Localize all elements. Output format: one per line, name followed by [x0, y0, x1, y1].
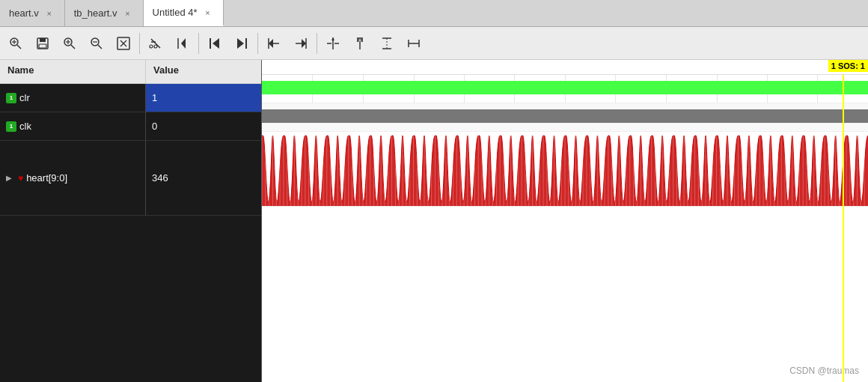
cursor-label: 1 SOS: 1: [828, 60, 868, 72]
waveform-clk: [262, 103, 868, 132]
signal-name-heart: ▶ ♥ heart[9:0]: [0, 141, 146, 215]
stretch-button[interactable]: [401, 31, 427, 55]
signal-value-clk: 0: [146, 112, 261, 140]
tab-bar: heart.v × tb_heart.v × Untitled 4* ×: [0, 0, 868, 27]
svg-text:A: A: [358, 38, 361, 43]
svg-point-19: [150, 45, 153, 48]
go-end-button[interactable]: [229, 31, 254, 55]
signal-name-clk: 1 clk: [0, 112, 146, 140]
waveform-top-bar: 1 SOS: 1: [262, 60, 868, 75]
badge-clk: 1: [6, 121, 16, 132]
signal-row-clk[interactable]: 1 clk 0: [0, 112, 261, 141]
signal-rows: 1 clr 1 1 clk 0 ▶: [0, 84, 261, 382]
svg-marker-36: [331, 37, 334, 40]
sep4: [317, 33, 317, 54]
tab-untitled4-close[interactable]: ×: [202, 7, 214, 19]
col-name-header: Name: [0, 60, 146, 83]
signal-header: Name Value: [0, 60, 261, 84]
marker-b-button[interactable]: [374, 31, 400, 55]
signal-label-clr: clr: [19, 92, 30, 103]
heart-icon: ♥: [18, 173, 23, 184]
clr-signal-bar: [262, 81, 868, 94]
zoom-fit-button[interactable]: [3, 31, 28, 55]
sep3: [257, 33, 258, 54]
svg-line-8: [71, 45, 75, 49]
fit-button[interactable]: [111, 31, 136, 55]
main-area: Name Value 1 clr 1 1 clk 0: [0, 60, 868, 382]
waveform-heart: [262, 132, 868, 207]
tab-heart[interactable]: heart.v ×: [0, 0, 65, 26]
svg-rect-5: [40, 38, 46, 42]
signal-name-clr: 1 clr: [0, 84, 146, 112]
waveform-panel[interactable]: 1 SOS: 1: [262, 60, 868, 382]
waveform-rows: [262, 75, 868, 207]
value-heart: 346: [152, 172, 168, 184]
signal-label-heart: heart[9:0]: [26, 172, 67, 184]
sep1: [139, 33, 140, 54]
value-clr: 1: [152, 92, 157, 103]
clk-signal-bar: [262, 109, 868, 123]
signal-value-heart: 346: [146, 141, 261, 215]
svg-line-1: [17, 45, 21, 49]
signal-row-heart[interactable]: ▶ ♥ heart[9:0] 346: [0, 141, 261, 216]
tab-tb-heart-label: tb_heart.v: [74, 7, 117, 19]
value-clk: 0: [152, 121, 157, 132]
tab-heart-label: heart.v: [9, 7, 39, 19]
heart-waveform-canvas: [262, 132, 868, 206]
signal-value-clr: 1: [146, 84, 261, 112]
svg-marker-28: [269, 39, 273, 48]
marker-left-button[interactable]: [170, 31, 195, 55]
prev-edge-button[interactable]: [261, 31, 287, 55]
svg-marker-22: [181, 38, 186, 49]
tab-untitled4[interactable]: Untitled 4* ×: [144, 0, 224, 26]
save-button[interactable]: [30, 31, 55, 55]
col-value-header: Value: [146, 60, 186, 83]
tab-tb-heart[interactable]: tb_heart.v ×: [65, 0, 144, 26]
marker-a-button[interactable]: A: [347, 31, 373, 55]
zoom-out-button[interactable]: [84, 31, 109, 55]
svg-line-12: [98, 45, 102, 49]
go-begin-button[interactable]: [202, 31, 227, 55]
cursor-line: [843, 75, 844, 382]
toolbar: A: [0, 27, 868, 60]
watermark: CSDN @traumas: [789, 366, 859, 376]
svg-marker-31: [302, 39, 306, 48]
tab-tb-heart-close[interactable]: ×: [122, 7, 134, 19]
signal-label-clk: clk: [19, 121, 31, 132]
svg-marker-26: [237, 38, 244, 49]
sep2: [198, 33, 199, 54]
svg-rect-6: [39, 44, 46, 48]
svg-marker-24: [213, 38, 219, 49]
cursor-button[interactable]: [320, 31, 346, 55]
waveform-clr: [262, 75, 868, 103]
signal-row-clr[interactable]: 1 clr 1: [0, 84, 261, 112]
next-edge-button[interactable]: [288, 31, 314, 55]
svg-point-20: [154, 45, 157, 48]
tab-untitled4-label: Untitled 4*: [153, 7, 198, 18]
signal-panel: Name Value 1 clr 1 1 clk 0: [0, 60, 262, 382]
zoom-in-button[interactable]: [57, 31, 82, 55]
cut-button[interactable]: [143, 31, 168, 55]
badge-clr: 1: [6, 93, 16, 103]
tab-heart-close[interactable]: ×: [43, 7, 55, 19]
expand-arrow-heart[interactable]: ▶: [6, 174, 12, 182]
